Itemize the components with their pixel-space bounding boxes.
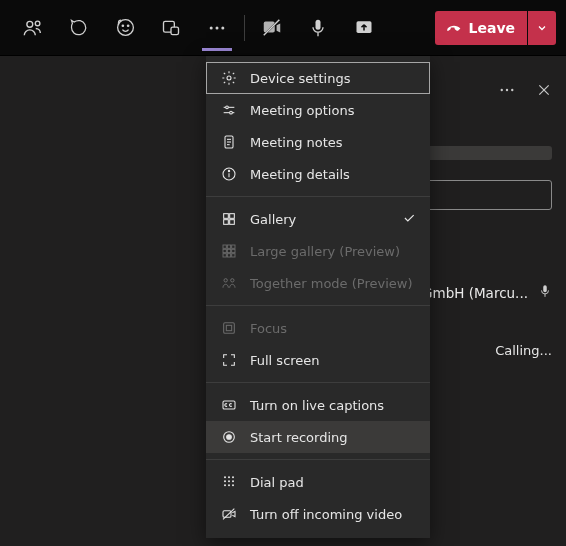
menu-item-meeting-details[interactable]: Meeting details — [206, 158, 430, 190]
svg-rect-42 — [224, 323, 235, 334]
mic-icon — [308, 18, 328, 38]
menu-label: Start recording — [250, 430, 348, 445]
menu-label: Meeting details — [250, 167, 350, 182]
gear-icon — [220, 69, 238, 87]
menu-item-large-gallery: Large gallery (Preview) — [206, 235, 430, 267]
menu-item-meeting-options[interactable]: Meeting options — [206, 94, 430, 126]
menu-item-turn-off-incoming-video[interactable]: Turn off incoming video — [206, 498, 430, 530]
menu-divider — [206, 382, 430, 383]
svg-point-53 — [224, 484, 226, 486]
rooms-button[interactable] — [148, 5, 194, 51]
svg-rect-37 — [223, 254, 226, 257]
captions-icon — [220, 396, 238, 414]
share-screen-button[interactable] — [341, 5, 387, 51]
fullscreen-icon — [220, 351, 238, 369]
participant-name: GmbH (Marcu... — [422, 285, 528, 301]
reactions-icon — [115, 17, 136, 38]
more-icon — [207, 18, 227, 38]
share-screen-icon — [354, 18, 374, 38]
svg-rect-34 — [223, 249, 226, 252]
focus-icon — [220, 319, 238, 337]
svg-rect-27 — [224, 214, 229, 219]
participant-mic-icon — [538, 284, 552, 301]
svg-point-3 — [122, 25, 123, 26]
leave-dropdown-button[interactable] — [528, 11, 556, 45]
participants-button[interactable] — [10, 5, 56, 51]
svg-rect-28 — [230, 214, 235, 219]
menu-label: Large gallery (Preview) — [250, 244, 400, 259]
svg-point-7 — [210, 26, 213, 29]
camera-toggle-button[interactable] — [249, 5, 295, 51]
gallery-icon — [220, 210, 238, 228]
close-icon — [536, 82, 552, 98]
svg-rect-33 — [232, 245, 235, 248]
menu-label: Together mode (Preview) — [250, 276, 413, 291]
menu-label: Dial pad — [250, 475, 304, 490]
more-icon — [498, 81, 516, 99]
meeting-toolbar: Leave — [0, 0, 566, 56]
leave-button[interactable]: Leave — [435, 11, 527, 45]
panel-more-button[interactable] — [498, 81, 516, 103]
svg-rect-29 — [224, 220, 229, 225]
large-gallery-icon — [220, 242, 238, 260]
info-icon — [220, 165, 238, 183]
svg-rect-39 — [232, 254, 235, 257]
svg-point-58 — [501, 89, 503, 91]
svg-point-52 — [232, 480, 234, 482]
svg-point-60 — [511, 89, 513, 91]
video-off-icon — [220, 505, 238, 523]
svg-rect-6 — [171, 27, 179, 34]
mic-toggle-button[interactable] — [295, 5, 341, 51]
menu-divider — [206, 305, 430, 306]
leave-group: Leave — [435, 11, 556, 45]
chat-button[interactable] — [56, 5, 102, 51]
menu-item-device-settings[interactable]: Device settings — [206, 62, 430, 94]
hangup-icon — [445, 19, 463, 37]
svg-rect-30 — [230, 220, 235, 225]
more-actions-button[interactable] — [194, 5, 240, 51]
svg-point-49 — [232, 476, 234, 478]
svg-point-59 — [506, 89, 508, 91]
svg-point-46 — [227, 435, 232, 440]
menu-item-live-captions[interactable]: Turn on live captions — [206, 389, 430, 421]
menu-divider — [206, 196, 430, 197]
more-actions-menu: Device settings Meeting options Meeting … — [206, 56, 430, 538]
svg-rect-36 — [232, 249, 235, 252]
svg-rect-32 — [227, 245, 230, 248]
menu-label: Device settings — [250, 71, 350, 86]
svg-point-8 — [216, 26, 219, 29]
together-icon — [220, 274, 238, 292]
menu-item-focus: Focus — [206, 312, 430, 344]
reactions-button[interactable] — [102, 5, 148, 51]
menu-item-dial-pad[interactable]: Dial pad — [206, 466, 430, 498]
rooms-icon — [161, 18, 181, 38]
svg-point-17 — [226, 106, 229, 109]
chevron-down-icon — [536, 22, 548, 34]
svg-rect-35 — [227, 249, 230, 252]
toolbar-separator — [244, 15, 245, 41]
svg-point-54 — [228, 484, 230, 486]
people-icon — [22, 17, 44, 39]
sliders-icon — [220, 101, 238, 119]
svg-point-4 — [127, 25, 128, 26]
svg-point-0 — [27, 21, 33, 27]
svg-point-15 — [227, 76, 231, 80]
menu-divider — [206, 459, 430, 460]
svg-point-50 — [224, 480, 226, 482]
svg-point-47 — [224, 476, 226, 478]
svg-rect-12 — [316, 19, 321, 29]
panel-close-button[interactable] — [536, 82, 552, 102]
menu-item-full-screen[interactable]: Full screen — [206, 344, 430, 376]
camera-off-icon — [261, 17, 283, 39]
menu-item-start-recording[interactable]: Start recording — [206, 421, 430, 453]
menu-label: Turn on live captions — [250, 398, 384, 413]
svg-point-55 — [232, 484, 234, 486]
menu-item-meeting-notes[interactable]: Meeting notes — [206, 126, 430, 158]
svg-point-1 — [35, 21, 40, 26]
svg-rect-31 — [223, 245, 226, 248]
dialpad-icon — [220, 473, 238, 491]
menu-item-gallery[interactable]: Gallery — [206, 203, 430, 235]
active-indicator — [202, 48, 232, 51]
menu-label: Turn off incoming video — [250, 507, 402, 522]
menu-label: Gallery — [250, 212, 296, 227]
